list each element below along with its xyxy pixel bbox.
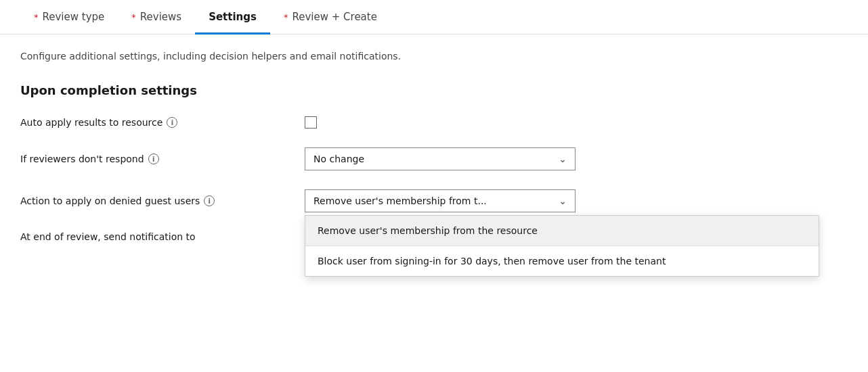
auto-apply-label: Auto apply results to resource	[20, 117, 162, 128]
reviewers-no-respond-label: If reviewers don't respond	[20, 154, 144, 164]
dropdown-option-block-label: Block user from signing-in for 30 days, …	[318, 256, 666, 266]
tab-required-star-3: *	[284, 12, 288, 22]
auto-apply-info-icon[interactable]: i	[167, 117, 177, 128]
tab-reviews-label: Reviews	[140, 11, 181, 23]
tab-reviews[interactable]: * Reviews	[118, 0, 195, 34]
dropdown-option-remove-label: Remove user's membership from the resour…	[318, 225, 538, 236]
tab-review-type-label: Review type	[43, 11, 105, 23]
tab-review-create-label: Review + Create	[292, 11, 376, 23]
tab-review-create[interactable]: * Review + Create	[270, 0, 391, 34]
denied-guest-users-row: Action to apply on denied guest users i …	[20, 189, 848, 212]
auto-apply-checkbox[interactable]	[305, 116, 317, 129]
dropdown-option-remove[interactable]: Remove user's membership from the resour…	[305, 216, 819, 246]
reviewers-info-icon[interactable]: i	[148, 154, 159, 164]
tab-settings[interactable]: Settings	[195, 0, 270, 34]
auto-apply-row: Auto apply results to resource i	[20, 116, 848, 129]
denied-label-container: Action to apply on denied guest users i	[20, 195, 305, 206]
denied-dropdown-menu: Remove user's membership from the resour…	[305, 215, 819, 277]
tab-required-star: *	[34, 12, 39, 22]
denied-dropdown-value: Remove user's membership from t...	[313, 195, 487, 206]
tab-review-type[interactable]: * Review type	[20, 0, 118, 34]
auto-apply-label-container: Auto apply results to resource i	[20, 117, 305, 128]
tab-required-star-2: *	[131, 12, 136, 22]
content-area: Configure additional settings, including…	[0, 34, 868, 281]
tab-settings-label: Settings	[209, 11, 257, 23]
tabs-bar: * Review type * Reviews Settings * Revie…	[0, 0, 868, 34]
denied-guest-label: Action to apply on denied guest users	[20, 195, 200, 206]
notification-label: At end of review, send notification to	[20, 231, 196, 242]
denied-dropdown[interactable]: Remove user's membership from t... ⌄	[305, 189, 576, 212]
notification-label-container: At end of review, send notification to	[20, 231, 305, 242]
reviewers-dropdown-arrow: ⌄	[559, 154, 567, 164]
reviewers-no-respond-row: If reviewers don't respond i No change ⌄	[20, 147, 848, 170]
reviewers-label-container: If reviewers don't respond i	[20, 154, 305, 164]
reviewers-dropdown-value: No change	[313, 154, 364, 164]
denied-dropdown-arrow: ⌄	[559, 195, 567, 206]
reviewers-dropdown[interactable]: No change ⌄	[305, 147, 576, 170]
denied-info-icon[interactable]: i	[204, 195, 215, 206]
subtitle-text: Configure additional settings, including…	[20, 51, 848, 62]
dropdown-option-block[interactable]: Block user from signing-in for 30 days, …	[305, 246, 819, 276]
section-heading: Upon completion settings	[20, 83, 848, 97]
